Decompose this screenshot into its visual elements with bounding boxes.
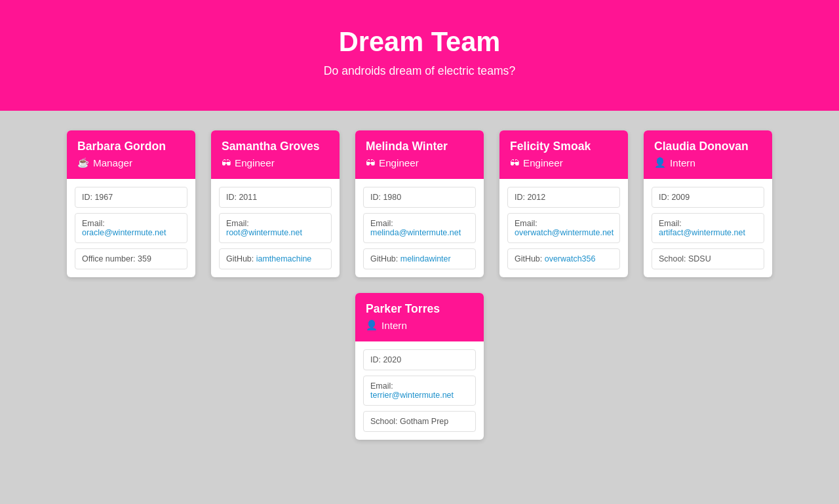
card-role: 🕶Engineer <box>366 157 473 168</box>
team-card: Parker Torres👤InternID: 2020Email: terri… <box>355 293 484 440</box>
field-link[interactable]: terrier@wintermute.net <box>370 391 454 400</box>
field-label: GitHub: <box>370 254 400 263</box>
role-label: Intern <box>381 320 407 331</box>
field-link[interactable]: overwatch@wintermute.net <box>515 228 614 237</box>
team-card: Barbara Gordon☕ManagerID: 1967Email: ora… <box>67 130 195 277</box>
card-header: Parker Torres👤Intern <box>355 293 484 341</box>
field-label: Email: <box>659 219 682 228</box>
card-body: ID: 1980Email: melinda@wintermute.netGit… <box>355 179 484 277</box>
info-field: GitHub: overwatch356 <box>507 248 620 269</box>
info-field: GitHub: iamthemachine <box>219 248 332 269</box>
field-link[interactable]: iamthemachine <box>256 254 312 263</box>
page-subtitle: Do androids dream of electric teams? <box>13 64 826 78</box>
field-label: Email: <box>515 219 537 228</box>
card-name: Samantha Groves <box>222 140 329 153</box>
team-card: Felicity Smoak🕶EngineerID: 2012Email: ov… <box>499 130 628 277</box>
info-field: ID: 1980 <box>363 187 476 208</box>
field-label: GitHub: <box>226 254 256 263</box>
field-link[interactable]: melindawinter <box>400 254 451 263</box>
role-label: Intern <box>670 157 695 168</box>
role-icon: ☕ <box>77 157 89 168</box>
info-field: ID: 2012 <box>507 187 620 208</box>
info-field: ID: 2009 <box>652 187 764 208</box>
card-name: Melinda Winter <box>366 140 473 153</box>
page-title: Dream Team <box>13 26 826 58</box>
info-field: GitHub: melindawinter <box>363 248 476 269</box>
card-name: Parker Torres <box>366 302 473 316</box>
card-name: Felicity Smoak <box>510 140 617 153</box>
info-field: Email: oracle@wintermute.net <box>75 213 187 243</box>
card-header: Samantha Groves🕶Engineer <box>211 130 340 179</box>
field-label: Email: <box>370 219 393 228</box>
team-card: Melinda Winter🕶EngineerID: 1980Email: me… <box>355 130 484 277</box>
field-label: Email: <box>370 381 393 391</box>
card-name: Barbara Gordon <box>77 140 185 153</box>
field-link[interactable]: root@wintermute.net <box>226 228 302 237</box>
field-link[interactable]: oracle@wintermute.net <box>82 228 166 237</box>
role-label: Engineer <box>523 157 563 168</box>
card-role: 🕶Engineer <box>510 157 617 168</box>
card-body: ID: 1967Email: oracle@wintermute.netOffi… <box>67 179 195 277</box>
team-card: Samantha Groves🕶EngineerID: 2011Email: r… <box>211 130 340 277</box>
info-field: ID: 1967 <box>75 187 187 208</box>
card-header: Melinda Winter🕶Engineer <box>355 130 484 179</box>
info-field: Email: terrier@wintermute.net <box>363 376 476 406</box>
card-role: ☕Manager <box>77 157 185 168</box>
card-body: ID: 2020Email: terrier@wintermute.netSch… <box>355 341 484 440</box>
info-field: School: Gotham Prep <box>363 411 476 432</box>
field-link[interactable]: melinda@wintermute.net <box>370 228 461 237</box>
team-card: Claudia Donovan👤InternID: 2009Email: art… <box>644 130 772 277</box>
field-label: Email: <box>226 219 249 228</box>
info-field: Email: artifact@wintermute.net <box>652 213 764 243</box>
field-link[interactable]: overwatch356 <box>545 254 596 263</box>
role-icon: 🕶 <box>510 158 519 168</box>
field-label: GitHub: <box>515 254 545 263</box>
card-role: 👤Intern <box>366 320 473 331</box>
role-label: Engineer <box>235 157 275 168</box>
info-field: ID: 2011 <box>219 187 332 208</box>
info-field: ID: 2020 <box>363 349 476 370</box>
card-header: Felicity Smoak🕶Engineer <box>499 130 628 179</box>
role-icon: 🕶 <box>222 158 231 168</box>
field-label: Email: <box>82 219 105 228</box>
cards-grid: Barbara Gordon☕ManagerID: 1967Email: ora… <box>0 111 839 459</box>
card-role: 👤Intern <box>654 157 762 168</box>
info-field: Email: melinda@wintermute.net <box>363 213 476 243</box>
role-label: Manager <box>93 157 132 168</box>
card-body: ID: 2009Email: artifact@wintermute.netSc… <box>644 179 772 277</box>
card-name: Claudia Donovan <box>654 140 762 153</box>
info-field: Email: overwatch@wintermute.net <box>507 213 620 243</box>
role-icon: 👤 <box>366 320 378 331</box>
card-body: ID: 2012Email: overwatch@wintermute.netG… <box>499 179 628 277</box>
role-icon: 🕶 <box>366 158 375 168</box>
card-body: ID: 2011Email: root@wintermute.netGitHub… <box>211 179 340 277</box>
info-field: School: SDSU <box>652 248 764 269</box>
page-header: Dream Team Do androids dream of electric… <box>0 0 839 111</box>
card-header: Claudia Donovan👤Intern <box>644 130 772 179</box>
role-icon: 👤 <box>654 157 666 168</box>
card-role: 🕶Engineer <box>222 157 329 168</box>
field-link[interactable]: artifact@wintermute.net <box>659 228 745 237</box>
role-label: Engineer <box>379 157 419 168</box>
info-field: Office number: 359 <box>75 248 187 269</box>
card-header: Barbara Gordon☕Manager <box>67 130 195 179</box>
info-field: Email: root@wintermute.net <box>219 213 332 243</box>
